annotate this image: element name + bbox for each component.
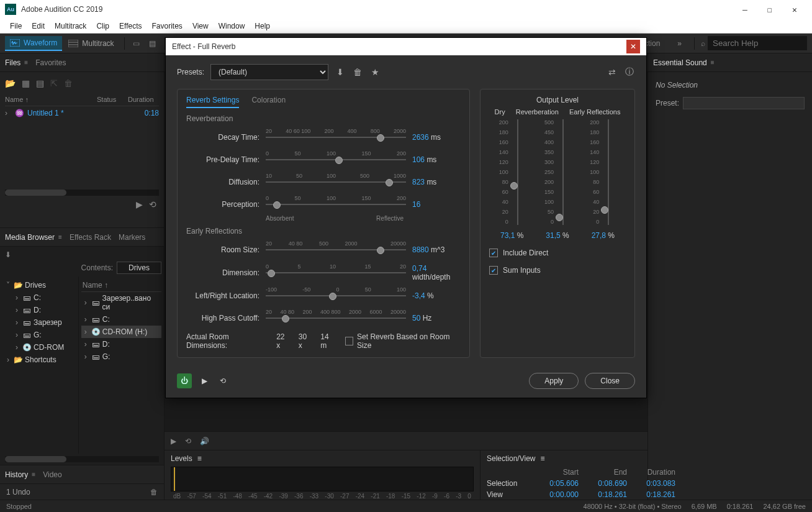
menu-clip[interactable]: Clip — [91, 21, 114, 32]
menu-edit[interactable]: Edit — [27, 21, 50, 32]
slider-hpcut[interactable]: 2040 80200400 8002000600020000 — [266, 310, 406, 326]
tree-item[interactable]: ›💿CD-ROM (H:) — [81, 326, 161, 338]
video-tab[interactable]: Video — [43, 470, 61, 479]
value-roomsize[interactable]: 8880 m^3 — [412, 245, 461, 254]
effect-preview-play-button[interactable]: ▶ — [198, 377, 210, 385]
file-row[interactable]: › ♒ Untitled 1 * 0:18 — [5, 106, 159, 120]
files-hscroll[interactable] — [5, 190, 159, 196]
slider-perception[interactable]: 050100150200 — [266, 196, 406, 213]
effects-rack-tab[interactable]: Effects Rack — [70, 233, 111, 242]
col-name[interactable]: Name ↑ — [5, 96, 97, 103]
value-predelay[interactable]: 106 ms — [412, 155, 461, 164]
slider-decay[interactable]: 2040 60 1002004008002000 — [266, 129, 406, 145]
presets-select[interactable]: (Default) — [210, 64, 328, 80]
tree-item[interactable]: ˅📂Drives — [2, 279, 76, 291]
sum-inputs-checkbox[interactable]: ✔Sum Inputs — [489, 266, 626, 275]
effect-preview-loop-button[interactable]: ⟲ — [217, 377, 229, 385]
help-icon[interactable]: ⓘ — [624, 66, 635, 78]
output-rev-value[interactable]: 31,5 — [546, 231, 560, 240]
menu-effects[interactable]: Effects — [114, 21, 147, 32]
spectral-toggle-button[interactable]: ▤ — [146, 37, 160, 50]
preview-play-button[interactable]: ▶ — [136, 199, 143, 209]
tree-item[interactable]: ›🖴D: — [81, 338, 161, 350]
view-start[interactable]: 0:00.000 — [535, 490, 579, 499]
reverb-settings-tab[interactable]: Reverb Settings — [186, 96, 239, 108]
transport-play-button[interactable]: ▶ — [171, 437, 176, 446]
media-hscroll[interactable] — [5, 456, 159, 462]
files-tab[interactable]: Files ≡ — [5, 58, 28, 67]
close-window-button[interactable]: ✕ — [782, 0, 807, 19]
delete-preset-icon[interactable]: 🗑 — [352, 67, 363, 77]
tree-item[interactable]: ›🖴Зарезер — [2, 316, 76, 329]
dialog-titlebar[interactable]: Effect - Full Reverb ✕ — [166, 38, 646, 55]
tree-item[interactable]: ›💿CD-ROM — [2, 341, 76, 354]
contents-value[interactable]: Drives — [117, 262, 161, 274]
tree-item[interactable]: ›🖴D: — [2, 304, 76, 316]
multitrack-mode-button[interactable]: Multitrack — [63, 37, 119, 50]
menu-window[interactable]: Window — [214, 21, 250, 32]
vslider-rev[interactable]: 500450400350300250200150100500 — [539, 119, 576, 225]
slider-lrloc[interactable]: -100-50050100 — [266, 288, 406, 304]
value-lrloc[interactable]: -3,4 % — [412, 291, 461, 300]
include-direct-checkbox[interactable]: ✔Include Direct — [489, 249, 626, 257]
slider-diffusion[interactable]: 10501005001000 — [266, 174, 406, 190]
menu-help[interactable]: Help — [250, 21, 275, 32]
waveform-mode-button[interactable]: Waveform — [5, 36, 62, 51]
output-dry-value[interactable]: 73,1 — [500, 231, 515, 240]
slider-dimension[interactable]: 05101520 — [266, 265, 406, 281]
output-early-value[interactable]: 27,8 — [592, 231, 606, 240]
tree-item[interactable]: ›🖴C: — [81, 313, 161, 326]
slider-predelay[interactable]: 050100150200 — [266, 152, 406, 168]
search-help-input[interactable] — [708, 36, 807, 50]
value-hpcut[interactable]: 50 Hz — [412, 314, 461, 322]
vslider-early[interactable]: 200180160140120100806040200 — [584, 119, 621, 225]
transport-speaker-icon[interactable]: 🔊 — [200, 437, 209, 446]
markers-tab[interactable]: Markers — [119, 233, 145, 242]
vslider-dry[interactable]: 200180160140120100806040200 — [494, 119, 531, 225]
channel-map-icon[interactable]: ⇄ — [607, 67, 618, 77]
selection-start[interactable]: 0:05.606 — [535, 479, 579, 488]
save-preset-icon[interactable]: ⬇ — [335, 67, 346, 77]
open-file-icon[interactable]: 📂 — [5, 78, 16, 88]
hud-toggle-button[interactable]: ▭ — [130, 37, 143, 50]
set-reverb-room-checkbox[interactable]: Set Reverb Based on Room Size — [345, 332, 461, 350]
effect-power-button[interactable]: ⏻ — [177, 373, 192, 388]
selection-dur[interactable]: 0:03.083 — [632, 479, 675, 488]
delete-icon[interactable]: 🗑 — [64, 78, 73, 88]
tree-item[interactable]: ›🖴G: — [81, 350, 161, 363]
maximize-button[interactable]: ☐ — [757, 0, 782, 19]
tree-item[interactable]: ›📂Shortcuts — [2, 354, 76, 366]
dialog-close-button[interactable]: ✕ — [626, 40, 640, 53]
apply-button[interactable]: Apply — [529, 373, 579, 389]
value-diffusion[interactable]: 823 ms — [412, 178, 461, 186]
new-multitrack-icon[interactable]: ▤ — [36, 78, 44, 88]
tree-item[interactable]: ›🖴Зарезер..вано си — [81, 292, 161, 313]
media-browser-tab[interactable]: Media Browser ≡ — [5, 233, 62, 242]
download-icon[interactable]: ⬇ — [5, 250, 11, 259]
tree-item[interactable]: ›🖴C: — [2, 291, 76, 304]
menu-multitrack[interactable]: Multitrack — [50, 21, 91, 32]
value-decay[interactable]: 2636 ms — [412, 133, 461, 142]
essential-sound-tab[interactable]: Essential Sound ≡ — [653, 58, 715, 67]
history-tab[interactable]: History ≡ — [5, 470, 35, 479]
insert-icon[interactable]: ⇱ — [50, 78, 58, 88]
favorites-tab[interactable]: Favorites — [35, 58, 66, 67]
col-status[interactable]: Status — [97, 96, 128, 103]
col-duration[interactable]: Duration — [128, 96, 159, 103]
workspace-more[interactable]: » — [669, 37, 690, 50]
media-name-col[interactable]: Name ↑ — [81, 279, 161, 292]
menu-favorites[interactable]: Favorites — [147, 21, 187, 32]
essential-preset-input[interactable] — [683, 97, 805, 109]
tree-item[interactable]: ›🖴G: — [2, 329, 76, 341]
value-perception[interactable]: 16 — [412, 200, 461, 209]
new-file-icon[interactable]: ▦ — [22, 78, 30, 88]
transport-loop-button[interactable]: ⟲ — [185, 437, 191, 446]
expand-icon[interactable]: › — [5, 109, 12, 117]
preview-loop-button[interactable]: ⟲ — [149, 199, 156, 209]
selection-end[interactable]: 0:08.690 — [584, 479, 627, 488]
favorite-preset-icon[interactable]: ★ — [369, 67, 381, 77]
slider-roomsize[interactable]: 2040 80500200020000 — [266, 242, 406, 258]
menu-file[interactable]: File — [5, 21, 27, 32]
trash-icon[interactable]: 🗑 — [150, 488, 158, 496]
view-dur[interactable]: 0:18.261 — [632, 490, 675, 499]
